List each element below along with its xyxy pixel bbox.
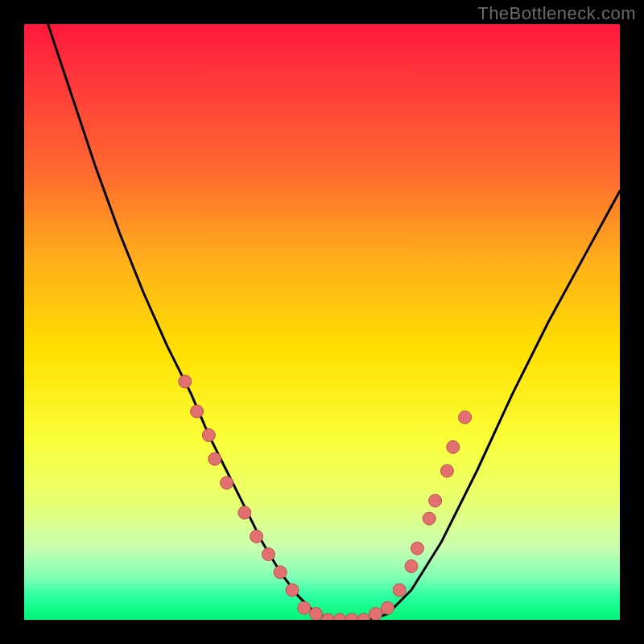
marker-point	[393, 584, 406, 597]
marker-point	[179, 375, 192, 388]
marker-point	[191, 405, 204, 418]
bottleneck-curve	[48, 24, 620, 620]
chart-overlay	[24, 24, 620, 620]
marker-point	[440, 464, 453, 477]
marker-point	[333, 613, 346, 620]
marker-point	[429, 494, 442, 507]
marker-point	[208, 452, 221, 465]
marker-point	[381, 601, 394, 614]
marker-point	[238, 506, 251, 519]
marker-point	[357, 613, 370, 620]
marker-point	[310, 608, 323, 620]
watermark-text: TheBottleneck.com	[477, 3, 636, 24]
marker-point	[250, 530, 263, 543]
marker-point	[423, 512, 436, 525]
marker-point	[459, 411, 472, 423]
marker-point	[345, 613, 358, 620]
marker-point	[286, 584, 299, 597]
marker-point	[298, 601, 311, 614]
marker-point	[447, 440, 460, 453]
marker-point	[274, 566, 287, 579]
marker-group	[179, 375, 472, 620]
marker-point	[221, 477, 233, 489]
marker-point	[262, 548, 275, 561]
marker-point	[321, 613, 334, 620]
marker-point	[405, 559, 418, 572]
marker-point	[202, 429, 215, 442]
marker-point	[411, 542, 423, 555]
marker-point	[369, 608, 382, 620]
